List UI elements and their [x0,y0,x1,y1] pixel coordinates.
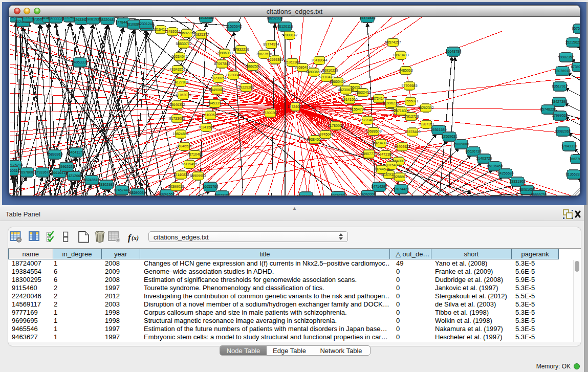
svg-text:57709585: 57709585 [401,84,417,87]
svg-text:63241552: 63241552 [159,192,175,196]
svg-text:34127884: 34127884 [172,80,188,84]
svg-text:87832216: 87832216 [233,48,249,51]
svg-text:66119495: 66119495 [182,162,198,166]
svg-text:51554798: 51554798 [350,107,365,111]
svg-text:85893910: 85893910 [47,152,62,156]
svg-text:94641177: 94641177 [69,150,84,154]
svg-text:27874421: 27874421 [393,187,409,191]
svg-text:51403729: 51403729 [476,157,492,160]
svg-text:34256684: 34256684 [497,171,513,175]
svg-text:25846520: 25846520 [176,144,192,148]
svg-text:66255890: 66255890 [298,194,314,196]
svg-text:84903659: 84903659 [306,70,321,74]
svg-text:19384554: 19384554 [307,138,322,141]
svg-text:88220482: 88220482 [99,18,115,21]
svg-text:18427393: 18427393 [551,100,567,103]
svg-text:16252221: 16252221 [360,193,376,196]
svg-text:63404922: 63404922 [394,145,410,148]
svg-text:99141000: 99141000 [341,98,357,101]
svg-text:7485063: 7485063 [399,69,412,72]
svg-text:(x): (x) [132,234,139,242]
svg-text:48578460: 48578460 [404,130,420,134]
svg-text:73632401: 73632401 [355,91,371,94]
svg-text:56100526: 56100526 [202,113,218,117]
svg-text:78710461: 78710461 [187,152,203,156]
svg-text:19229206: 19229206 [238,85,254,89]
svg-text:76662562: 76662562 [245,64,260,68]
svg-text:10688609: 10688609 [365,129,381,133]
svg-text:55650450: 55650450 [330,80,345,83]
svg-text:19824854: 19824854 [172,132,188,136]
svg-text:86665755: 86665755 [531,193,547,196]
svg-text:58530762: 58530762 [176,42,191,46]
svg-text:42762079: 42762079 [175,93,191,97]
svg-text:23300203: 23300203 [262,111,278,115]
svg-text:59081935: 59081935 [85,17,101,21]
svg-text:88592782: 88592782 [179,31,194,35]
svg-text:99686414: 99686414 [294,65,310,69]
svg-text:35215622: 35215622 [565,40,580,44]
svg-text:15032582: 15032582 [198,17,214,19]
svg-text:70288912: 70288912 [391,175,407,179]
svg-text:39962626: 39962626 [58,165,74,168]
svg-text:16655764: 16655764 [202,185,218,188]
svg-text:63907779: 63907779 [361,152,377,156]
svg-text:76627625: 76627625 [569,157,580,161]
svg-text:68202938: 68202938 [267,17,282,20]
svg-text:87097845: 87097845 [214,62,230,65]
svg-text:10973493: 10973493 [393,53,408,57]
svg-text:20986393: 20986393 [216,51,232,55]
svg-text:95753514: 95753514 [572,27,580,30]
svg-text:16648784: 16648784 [445,50,461,53]
svg-text:91996233: 91996233 [383,101,399,105]
svg-text:15720407: 15720407 [359,118,375,122]
svg-text:87457446: 87457446 [114,188,129,192]
svg-text:25716331: 25716331 [394,109,409,113]
svg-text:82569631: 82569631 [441,135,457,138]
svg-text:23076910: 23076910 [554,69,570,73]
svg-text:43343251: 43343251 [169,68,185,71]
svg-text:32140838: 32140838 [173,173,189,177]
svg-text:42301241: 42301241 [138,22,154,26]
svg-text:85196458: 85196458 [487,164,503,168]
svg-text:61780050: 61780050 [328,124,343,127]
svg-text:25809806: 25809806 [453,142,469,146]
svg-text:86626738: 86626738 [465,149,481,153]
svg-text:17912728: 17912728 [403,115,419,118]
svg-text:93082061: 93082061 [555,129,571,133]
svg-text:43234300: 43234300 [373,141,388,145]
svg-text:80490681: 80490681 [209,88,225,92]
svg-text:57000147: 57000147 [281,33,297,37]
svg-text:18724007: 18724007 [287,105,303,108]
svg-text:17999533: 17999533 [552,114,568,117]
svg-text:86910239: 86910239 [322,69,338,72]
svg-text:66599395: 66599395 [267,58,283,61]
svg-text:83744576: 83744576 [374,167,389,171]
svg-text:39287351: 39287351 [418,122,434,126]
svg-text:71230843: 71230843 [225,73,241,77]
svg-text:30399018: 30399018 [168,185,184,188]
svg-text:46230636: 46230636 [338,88,354,92]
svg-text:75627516: 75627516 [256,52,272,56]
svg-text:83960310: 83960310 [10,169,20,172]
svg-text:15262308: 15262308 [284,60,300,64]
svg-text:52110478: 52110478 [319,75,335,79]
svg-text:67390467: 67390467 [571,65,580,69]
svg-text:23831903: 23831903 [509,180,525,183]
svg-text:48646352: 48646352 [169,103,185,106]
svg-text:91733095: 91733095 [169,117,185,120]
svg-text:55909953: 55909953 [190,174,206,178]
svg-text:37643310: 37643310 [561,144,577,148]
svg-text:76453392: 76453392 [207,101,223,105]
svg-text:17933677: 17933677 [34,170,50,174]
svg-text:94212661: 94212661 [66,174,82,178]
svg-text:18724149: 18724149 [371,97,386,100]
svg-text:83517017: 83517017 [552,84,568,88]
svg-text:84714297: 84714297 [371,185,387,188]
svg-text:85748230: 85748230 [540,107,556,111]
svg-text:20418044: 20418044 [311,58,327,62]
svg-text:29361589: 29361589 [430,128,446,132]
svg-text:21535642: 21535642 [226,25,242,28]
svg-text:66126116: 66126116 [277,25,293,28]
svg-text:72492024: 72492024 [164,30,180,33]
